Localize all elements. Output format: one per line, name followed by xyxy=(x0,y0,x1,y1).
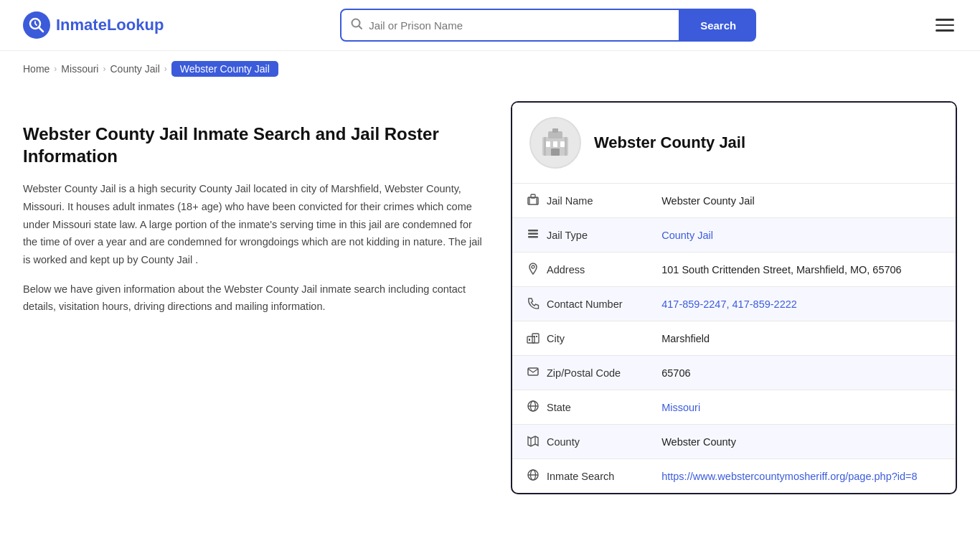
list-icon xyxy=(527,227,540,242)
row-label: Jail Type xyxy=(547,230,588,241)
phone-icon xyxy=(527,296,540,311)
globe2-icon xyxy=(527,468,540,484)
svg-rect-9 xyxy=(560,141,565,147)
hamburger-line-1 xyxy=(936,19,954,21)
table-row: CityMarshfield xyxy=(512,321,956,356)
row-value-cell: 101 South Crittenden Street, Marshfield,… xyxy=(647,253,956,287)
row-link[interactable]: https://www.webstercountymosheriff.org/p… xyxy=(661,471,917,482)
table-row: StateMissouri xyxy=(512,390,956,425)
row-link[interactable]: 417-859-2247, 417-859-2222 xyxy=(661,298,797,310)
svg-rect-6 xyxy=(552,128,558,133)
breadcrumb-missouri[interactable]: Missouri xyxy=(61,63,98,75)
row-label-cell: Jail Name xyxy=(527,193,633,208)
breadcrumb-county-jail[interactable]: County Jail xyxy=(110,63,159,75)
row-label: Address xyxy=(547,264,585,276)
row-label: City xyxy=(547,333,565,344)
row-label: Jail Name xyxy=(547,195,593,207)
svg-rect-22 xyxy=(532,334,539,343)
jail-icon xyxy=(527,193,540,208)
breadcrumb-sep-2: › xyxy=(103,64,105,74)
svg-rect-8 xyxy=(553,141,557,147)
row-label-cell: City xyxy=(527,331,633,346)
map-icon xyxy=(527,434,540,449)
card-title: Webster County Jail xyxy=(594,133,745,152)
row-link[interactable]: Missouri xyxy=(661,402,700,413)
row-label: County xyxy=(547,436,580,448)
row-link[interactable]: County Jail xyxy=(661,230,713,241)
svg-line-3 xyxy=(359,26,362,29)
jail-avatar xyxy=(529,117,581,169)
hamburger-menu[interactable] xyxy=(933,16,957,34)
logo-link[interactable]: InmateLookup xyxy=(23,11,164,39)
table-row: CountyWebster County xyxy=(512,425,956,459)
row-label: Inmate Search xyxy=(547,471,614,482)
row-value-cell: Webster County xyxy=(647,425,956,459)
search-area: Search xyxy=(340,9,756,42)
row-label-cell: State xyxy=(527,400,633,415)
hamburger-line-3 xyxy=(936,29,954,32)
left-content: Webster County Jail Inmate Search and Ja… xyxy=(23,101,482,494)
search-icon xyxy=(350,17,363,34)
row-label: State xyxy=(547,402,571,413)
row-value-cell: Webster County Jail xyxy=(647,184,956,218)
row-label: Zip/Postal Code xyxy=(547,367,621,379)
logo-text: InmateLookup xyxy=(56,16,164,34)
svg-line-1 xyxy=(39,28,44,32)
hamburger-line-2 xyxy=(936,24,954,27)
table-row: Inmate Searchhttps://www.webstercountymo… xyxy=(512,459,956,494)
row-value-cell: 65706 xyxy=(647,356,956,390)
row-label-cell: Zip/Postal Code xyxy=(527,365,633,380)
globe-icon xyxy=(527,400,540,415)
table-row: Contact Number417-859-2247, 417-859-2222 xyxy=(512,287,956,321)
breadcrumb-sep-1: › xyxy=(54,64,57,74)
svg-rect-11 xyxy=(544,137,546,156)
table-row: Zip/Postal Code65706 xyxy=(512,356,956,390)
info-card: Webster County Jail Jail NameWebster Cou… xyxy=(511,101,957,494)
svg-rect-18 xyxy=(528,233,538,235)
main-content: Webster County Jail Inmate Search and Ja… xyxy=(0,87,980,523)
breadcrumb: Home › Missouri › County Jail › Webster … xyxy=(0,51,980,87)
row-label-cell: County xyxy=(527,434,633,449)
search-button[interactable]: Search xyxy=(680,9,756,42)
search-input-wrap xyxy=(340,9,680,42)
svg-rect-24 xyxy=(534,336,535,337)
page-title: Webster County Jail Inmate Search and Ja… xyxy=(23,123,482,167)
breadcrumb-sep-3: › xyxy=(164,64,167,74)
svg-rect-17 xyxy=(528,230,538,232)
page-desc-2: Below we have given information about th… xyxy=(23,281,482,316)
row-label-cell: Contact Number xyxy=(527,296,633,311)
table-row: Jail TypeCounty Jail xyxy=(512,218,956,253)
search-input[interactable] xyxy=(369,19,670,32)
row-value-cell[interactable]: County Jail xyxy=(647,218,956,253)
card-header: Webster County Jail xyxy=(512,103,956,183)
row-label-cell: Jail Type xyxy=(527,227,633,242)
info-table: Jail NameWebster County JailJail TypeCou… xyxy=(512,183,956,493)
svg-rect-21 xyxy=(527,336,534,343)
breadcrumb-current: Webster County Jail xyxy=(171,61,278,77)
row-value-cell[interactable]: https://www.webstercountymosheriff.org/p… xyxy=(647,459,956,494)
breadcrumb-home[interactable]: Home xyxy=(23,63,50,75)
svg-point-20 xyxy=(532,265,534,268)
svg-rect-7 xyxy=(546,141,550,147)
table-row: Jail NameWebster County Jail xyxy=(512,184,956,218)
svg-rect-12 xyxy=(565,137,567,156)
row-label: Contact Number xyxy=(547,298,623,310)
svg-rect-25 xyxy=(536,336,537,337)
svg-rect-19 xyxy=(528,236,538,238)
city-icon xyxy=(527,331,540,346)
table-row: Address101 South Crittenden Street, Mars… xyxy=(512,253,956,287)
svg-rect-10 xyxy=(551,149,560,156)
pin-icon xyxy=(527,262,540,277)
logo-icon xyxy=(23,11,50,39)
svg-rect-23 xyxy=(529,339,530,341)
row-value-cell: Marshfield xyxy=(647,321,956,356)
mail-icon xyxy=(527,365,540,380)
header: InmateLookup Search xyxy=(0,0,980,51)
row-label-cell: Inmate Search xyxy=(527,468,633,484)
page-desc-1: Webster County Jail is a high security C… xyxy=(23,180,482,268)
row-label-cell: Address xyxy=(527,262,633,277)
row-value-cell[interactable]: Missouri xyxy=(647,390,956,425)
svg-rect-26 xyxy=(528,368,538,375)
row-value-cell[interactable]: 417-859-2247, 417-859-2222 xyxy=(647,287,956,321)
